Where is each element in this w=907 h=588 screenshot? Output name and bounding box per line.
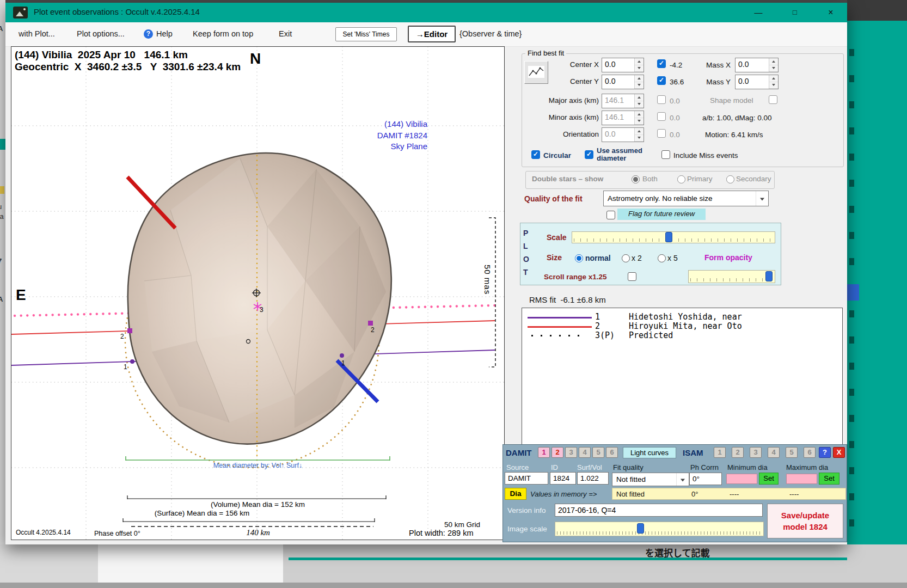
min-dia-set-button[interactable]: Set (759, 473, 779, 485)
set-miss-times-button[interactable]: Set 'Miss' Times (335, 27, 397, 41)
chord1-endpoint-left (130, 359, 134, 364)
fit-y-checkbox[interactable] (657, 76, 666, 85)
opacity-slider[interactable] (688, 270, 775, 283)
help-icon[interactable] (144, 29, 153, 39)
fit-quality-dropdown[interactable]: Not fitted (612, 473, 689, 486)
menu-plot-options[interactable]: Plot options... (77, 29, 125, 38)
observer-2-num[interactable]: 2 (595, 321, 600, 331)
image-scale-thumb[interactable] (637, 523, 644, 534)
major-axis-spinner[interactable]: 146.1 (602, 94, 644, 108)
center-x-value[interactable]: 0.0 (602, 58, 634, 72)
fit-minor-checkbox[interactable] (657, 112, 666, 121)
plot-title-line2: Geocentric X 3460.2 ±3.5 Y 3301.6 ±23.4 … (15, 61, 241, 73)
scale-slider[interactable] (572, 231, 775, 243)
isam-model-6-button[interactable]: 6 (804, 447, 816, 458)
menu-with-plot[interactable]: with Plot... (19, 29, 55, 38)
observer-2-name[interactable]: Hiroyuki Mita, near Oto (629, 321, 742, 331)
isam-model-4-button[interactable]: 4 (768, 447, 780, 458)
max-dia-set-button[interactable]: Set (819, 473, 839, 485)
isam-model-3-button[interactable]: 3 (750, 447, 762, 458)
mass-y-arrows[interactable] (769, 75, 778, 89)
size-x5-radio[interactable] (658, 254, 666, 262)
save-update-button[interactable]: Save/update model 1824 (767, 504, 843, 538)
minor-axis-value[interactable]: 146.1 (602, 111, 634, 125)
flag-review-checkbox[interactable] (606, 211, 615, 219)
observer-list[interactable]: 1 Hidetoshi Yoshida, near 2 Hiroyuki Mit… (522, 308, 843, 446)
damit-model-1-button[interactable]: 1 (538, 447, 550, 458)
center-y-arrows[interactable] (634, 75, 644, 89)
double-both-radio[interactable] (632, 175, 640, 183)
editor-button[interactable]: →Editor (408, 26, 456, 42)
isam-model-2-button[interactable]: 2 (732, 447, 744, 458)
minor-axis-arrows[interactable] (634, 111, 644, 125)
observer-1-num[interactable]: 1 (595, 312, 600, 322)
double-primary-radio[interactable] (677, 175, 685, 183)
min-dia-field[interactable] (726, 474, 757, 484)
background-fragment: A (0, 24, 3, 33)
circular-checkbox[interactable] (531, 150, 540, 159)
isam-model-1-button[interactable]: 1 (714, 447, 726, 458)
mass-x-value[interactable]: 0.0 (736, 58, 769, 72)
include-miss-checkbox[interactable] (661, 150, 670, 159)
surfvol-value[interactable]: 1.022 (577, 472, 609, 485)
use-assumed-checkbox[interactable] (585, 150, 593, 159)
center-y-value[interactable]: 0.0 (602, 75, 634, 89)
fit-orientation-checkbox[interactable] (657, 129, 666, 138)
quality-dropdown[interactable]: Astrometry only. No reliable size (603, 191, 769, 206)
maximize-button[interactable]: □ (778, 3, 812, 22)
center-x-spinner[interactable]: 0.0 (602, 58, 644, 72)
observer-time-label[interactable]: {Observer & time} (459, 29, 522, 38)
damit-model-3-button[interactable]: 3 (565, 447, 577, 458)
close-button[interactable]: × (814, 3, 847, 22)
fit-x-checkbox[interactable] (657, 59, 666, 68)
dia-button[interactable]: Dia (505, 488, 526, 500)
source-value[interactable]: DAMIT (505, 472, 548, 485)
major-axis-arrows[interactable] (634, 94, 644, 108)
orientation-value[interactable]: 0.0 (602, 128, 634, 142)
orientation-spinner[interactable]: 0.0 (602, 127, 644, 142)
chevron-down-icon[interactable] (676, 473, 689, 486)
mass-y-spinner[interactable]: 0.0 (735, 75, 779, 89)
version-info-value[interactable]: 2017-06-16, Q=4 (555, 504, 763, 517)
fit-major-checkbox[interactable] (657, 95, 666, 104)
observer-1-name[interactable]: Hidetoshi Yoshida, near (629, 312, 742, 322)
scale-slider-thumb[interactable] (665, 232, 672, 242)
menu-help[interactable]: Help (156, 29, 173, 38)
menu-keep-on-top[interactable]: Keep form on top (193, 29, 253, 38)
fit-minor-residual: 0.0 (670, 114, 680, 122)
shape-model-checkbox[interactable] (769, 95, 777, 104)
ph-corrn-value[interactable]: 0° (689, 473, 722, 485)
scroll-range-checkbox[interactable] (628, 272, 636, 281)
damit-model-2-button[interactable]: 2 (551, 447, 563, 458)
orientation-arrows[interactable] (634, 128, 644, 142)
size-normal-radio[interactable] (575, 254, 583, 262)
observer-3-name[interactable]: Predicted (629, 330, 673, 340)
size-x2-radio[interactable] (622, 254, 630, 262)
mass-x-arrows[interactable] (769, 58, 778, 72)
center-y-spinner[interactable]: 0.0 (602, 75, 644, 89)
center-x-arrows[interactable] (634, 58, 644, 72)
max-dia-field[interactable] (786, 474, 817, 484)
menu-exit[interactable]: Exit (279, 29, 292, 38)
damit-model-6-button[interactable]: 6 (606, 447, 618, 458)
double-secondary-radio[interactable] (726, 175, 734, 183)
chevron-down-icon[interactable] (756, 191, 768, 206)
minor-axis-spinner[interactable]: 146.1 (602, 111, 644, 125)
image-scale-slider[interactable] (555, 522, 764, 536)
light-curves-button[interactable]: Light curves (623, 447, 676, 458)
minimize-button[interactable]: — (741, 3, 775, 22)
mass-x-spinner[interactable]: 0.0 (735, 58, 779, 72)
menu-bar: with Plot... Plot options... Help Keep f… (5, 22, 847, 47)
mass-y-value[interactable]: 0.0 (736, 75, 769, 89)
damit-close-button[interactable]: X (833, 447, 845, 458)
damit-model-5-button[interactable]: 5 (592, 447, 604, 458)
memory-fit-quality: Not fitted (616, 490, 645, 498)
observer-3-num[interactable]: 3(P) (595, 330, 615, 340)
chord2-label-right: 2 (371, 326, 375, 334)
opacity-slider-thumb[interactable] (765, 271, 773, 281)
damit-model-4-button[interactable]: 4 (579, 447, 591, 458)
isam-model-5-button[interactable]: 5 (786, 447, 798, 458)
id-value[interactable]: 1824 (550, 472, 576, 485)
major-axis-value[interactable]: 146.1 (602, 94, 634, 108)
damit-help-button[interactable]: ? (819, 447, 831, 458)
